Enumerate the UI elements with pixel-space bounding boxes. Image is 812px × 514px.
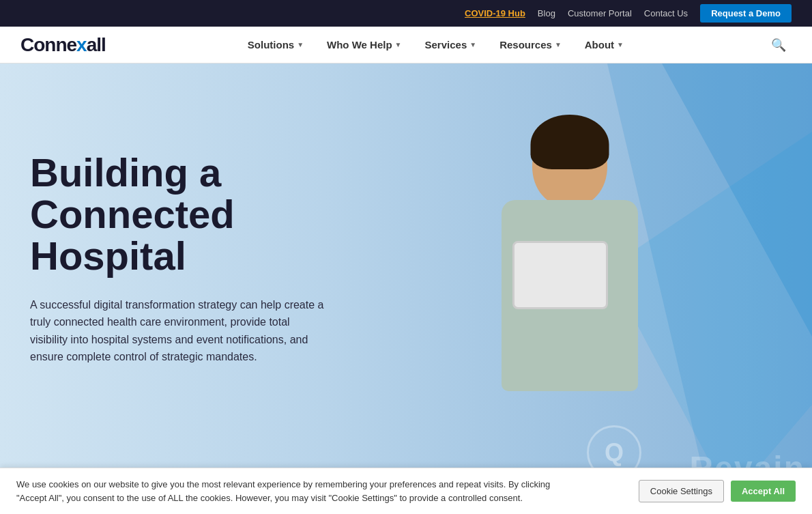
nav-links: Solutions ▼ Who We Help ▼ Services ▼ Res… xyxy=(240,33,632,56)
nav-solutions[interactable]: Solutions ▼ xyxy=(240,33,312,56)
person-hair xyxy=(531,115,609,169)
top-bar: COVID-19 Hub Blog Customer Portal Contac… xyxy=(0,0,812,27)
chevron-down-icon: ▼ xyxy=(555,41,562,48)
logo-x: x xyxy=(76,34,87,55)
main-nav: Connexall Solutions ▼ Who We Help ▼ Serv… xyxy=(0,27,812,63)
chevron-down-icon: ▼ xyxy=(469,41,476,48)
search-icon: 🔍 xyxy=(771,38,786,52)
covid-hub-link[interactable]: COVID-19 Hub xyxy=(465,8,525,18)
logo-post: all xyxy=(87,34,106,55)
nav-about[interactable]: About ▼ xyxy=(577,33,632,56)
request-demo-button[interactable]: Request a Demo xyxy=(700,4,792,23)
accept-all-button[interactable]: Accept All xyxy=(731,481,796,500)
logo[interactable]: Connexall xyxy=(20,35,106,55)
chevron-down-icon: ▼ xyxy=(395,41,402,48)
search-button[interactable]: 🔍 xyxy=(766,35,792,55)
blog-link[interactable]: Blog xyxy=(538,8,555,18)
nav-resources[interactable]: Resources ▼ xyxy=(491,33,570,56)
hero-content: Building a Connected Hospital A successf… xyxy=(30,152,330,366)
contact-us-link[interactable]: Contact Us xyxy=(644,8,688,18)
hero-image xyxy=(382,63,757,500)
hero-title: Building a Connected Hospital xyxy=(30,152,330,277)
nav-services[interactable]: Services ▼ xyxy=(417,33,485,56)
cookie-settings-button[interactable]: Cookie Settings xyxy=(639,480,724,500)
cookie-text: We use cookies on our website to give yo… xyxy=(16,478,576,500)
chevron-down-icon: ▼ xyxy=(297,41,304,48)
nav-who-we-help[interactable]: Who We Help ▼ xyxy=(319,33,409,56)
chevron-down-icon: ▼ xyxy=(617,41,624,48)
hero-subtitle: A successful digital transformation stra… xyxy=(30,296,330,366)
cookie-banner: We use cookies on our website to give yo… xyxy=(0,468,812,500)
customer-portal-link[interactable]: Customer Portal xyxy=(568,8,632,18)
logo-pre: Conne xyxy=(20,34,76,55)
cookie-buttons: Cookie Settings Accept All xyxy=(639,480,796,500)
person-illustration xyxy=(433,104,706,500)
tablet-prop xyxy=(512,241,608,309)
person-torso xyxy=(502,200,638,391)
hero-section: Q Revain Building a Connected Hospital A… xyxy=(0,63,812,500)
logo-text: Connexall xyxy=(20,35,106,55)
